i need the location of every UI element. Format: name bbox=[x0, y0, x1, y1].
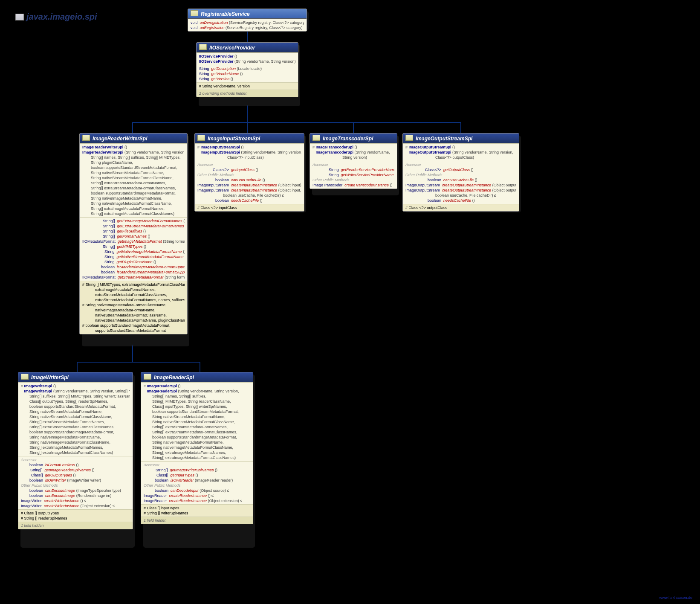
constructors: # ImageWriterSpi () ImageWriterSpi (Stri… bbox=[18, 382, 133, 456]
fields: # Class [] inputTypes # String [] writer… bbox=[141, 504, 253, 517]
connector bbox=[247, 105, 248, 122]
package-name: javax.imageio.spi bbox=[26, 12, 97, 21]
class-ImageWriterSpi: ImageWriterSpi # ImageWriterSpi () Image… bbox=[18, 372, 133, 529]
class-name: ImageTranscoderSpi bbox=[323, 136, 373, 142]
package-label: javax.imageio.spi bbox=[15, 12, 97, 22]
class-title: ImageWriterSpi bbox=[18, 372, 133, 382]
connector bbox=[77, 362, 200, 363]
class-icon bbox=[405, 135, 413, 141]
class-icon bbox=[21, 374, 29, 380]
accessor: Accessor Class<?> getOutputClass () Othe… bbox=[403, 161, 519, 204]
class-name: IIOServiceProvider bbox=[209, 45, 255, 51]
accessor: Accessor Class<?> getInputClass () Other… bbox=[195, 161, 304, 204]
class-title: ImageReaderSpi bbox=[141, 372, 253, 382]
hidden-note: 1 field hidden bbox=[141, 517, 253, 524]
class-icon bbox=[199, 44, 207, 50]
class-title: IIOServiceProvider bbox=[197, 43, 298, 52]
class-name: ImageInputStreamSpi bbox=[208, 136, 260, 142]
class-name: RegisterableService bbox=[201, 11, 250, 17]
class-title: ImageReaderWriterSpi bbox=[80, 134, 187, 143]
class-title: ImageInputStreamSpi bbox=[195, 134, 304, 143]
connector bbox=[353, 122, 354, 133]
fields: # String [] MIMETypes, extraImageMetadat… bbox=[80, 281, 187, 334]
class-icon bbox=[144, 374, 151, 380]
accessor: Accessor String getReaderServiceProvider… bbox=[310, 161, 397, 189]
constructors: # ImageTranscoderSpi () ImageTranscoderS… bbox=[310, 143, 397, 161]
hidden-note: 1 field hidden bbox=[18, 522, 133, 529]
constructors: IIOServiceProvider () IIOServiceProvider… bbox=[197, 52, 298, 65]
connector bbox=[200, 362, 200, 372]
hidden-note: 2 overriding methods hidden bbox=[197, 90, 298, 97]
connector bbox=[77, 362, 78, 372]
constructors: ImageReaderWriterSpi () ImageReaderWrite… bbox=[80, 143, 187, 217]
class-icon bbox=[312, 135, 320, 141]
fields: # Class <?> outputClass bbox=[403, 204, 519, 211]
connector bbox=[132, 345, 133, 362]
fields: # Class [] outputTypes # String [] reade… bbox=[18, 509, 133, 522]
class-RegisterableService: RegisterableService void onDeregistratio… bbox=[188, 9, 307, 32]
class-name: ImageReaderSpi bbox=[154, 375, 194, 380]
class-name: ImageWriterSpi bbox=[31, 375, 69, 380]
fields: # Class <?> inputClass bbox=[195, 204, 304, 211]
class-title: ImageTranscoderSpi bbox=[310, 134, 397, 143]
accessor: Accessor String[] getImageWriterSpiNames… bbox=[141, 461, 253, 504]
constructors: # ImageInputStreamSpi () ImageInputStrea… bbox=[195, 143, 304, 161]
watermark: www.falkhausen.de bbox=[659, 595, 692, 600]
connector bbox=[132, 122, 133, 133]
interface-icon bbox=[191, 10, 198, 16]
class-ImageReaderSpi: ImageReaderSpi # ImageReaderSpi () Image… bbox=[141, 372, 253, 524]
class-title: ImageOutputStreamSpi bbox=[403, 134, 519, 143]
methods: void onDeregistration (ServiceRegistry r… bbox=[188, 19, 307, 31]
fields: # String vendorName, version bbox=[197, 82, 298, 90]
class-icon bbox=[82, 135, 90, 141]
class-title: RegisterableService bbox=[188, 9, 307, 19]
class-ImageReaderWriterSpi: ImageReaderWriterSpi ImageReaderWriterSp… bbox=[79, 133, 188, 334]
connector bbox=[132, 122, 461, 123]
class-IIOServiceProvider: IIOServiceProvider IIOServiceProvider ()… bbox=[196, 42, 298, 97]
class-ImageTranscoderSpi: ImageTranscoderSpi # ImageTranscoderSpi … bbox=[310, 133, 397, 189]
class-ImageOutputStreamSpi: ImageOutputStreamSpi # ImageOutputStream… bbox=[402, 133, 519, 212]
connector bbox=[460, 122, 461, 133]
methods: String[] getExtraImageMetadataFormatName… bbox=[80, 217, 187, 281]
methods: String getDescription (Locale locale) St… bbox=[197, 65, 298, 82]
class-name: ImageOutputStreamSpi bbox=[416, 136, 472, 142]
connector bbox=[247, 122, 248, 133]
class-icon bbox=[197, 135, 205, 141]
accessor: Accessor boolean isFormatLossless () Str… bbox=[18, 456, 133, 509]
constructors: # ImageReaderSpi () ImageReaderSpi (Stri… bbox=[141, 382, 253, 461]
constructors: # ImageOutputStreamSpi () ImageOutputStr… bbox=[403, 143, 519, 161]
class-name: ImageReaderWriterSpi bbox=[93, 136, 148, 142]
class-ImageInputStreamSpi: ImageInputStreamSpi # ImageInputStreamSp… bbox=[194, 133, 304, 212]
